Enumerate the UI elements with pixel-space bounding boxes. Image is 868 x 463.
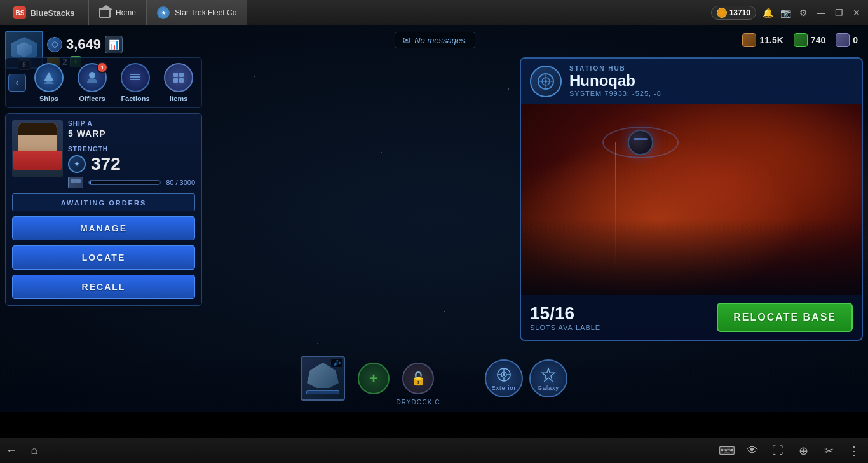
taskbar-home-btn[interactable]: ⌂	[23, 439, 46, 462]
ship-character	[12, 120, 63, 177]
station-header: STATION HUB Hunoqab SYSTEM 79933: -525, …	[521, 59, 862, 104]
station-panel: STATION HUB Hunoqab SYSTEM 79933: -525, …	[520, 57, 863, 341]
svg-point-12	[503, 373, 505, 376]
relocate-base-button[interactable]: RELOCATE BASE	[717, 303, 853, 332]
dock-right-btns: Exterior Galaxy	[485, 359, 567, 408]
map-btn[interactable]: ⊕	[792, 439, 815, 462]
dock-lock-button[interactable]: 🔓	[402, 363, 434, 394]
status-badge: AWAITING ORDERS	[12, 193, 195, 211]
sleep-badge: 💤	[331, 359, 342, 367]
character-uniform	[13, 151, 62, 170]
ship-card: SHIP A 5 WARP STRENGTH ✦ 372 80 / 3000	[5, 113, 202, 306]
messages-btn[interactable]: ✉ No messages.	[395, 32, 475, 48]
character-face	[18, 123, 57, 170]
exterior-button[interactable]: Exterior	[485, 359, 523, 397]
ship-info: SHIP A 5 WARP STRENGTH ✦ 372 80 / 3000	[68, 120, 195, 188]
exterior-icon	[496, 366, 512, 383]
expand-btn[interactable]: ⛶	[766, 439, 789, 462]
tab-game-label: Star Trek Fleet Co	[175, 8, 236, 17]
parsteel-resource: 11.5K	[742, 33, 783, 47]
station-logo	[530, 66, 562, 97]
settings-btn[interactable]: ⚙	[797, 6, 810, 19]
parsteel-amount: 11.5K	[759, 35, 783, 45]
recall-button[interactable]: RECALL	[12, 275, 195, 299]
nav-prev-arrow[interactable]: ‹	[8, 74, 26, 92]
strength-number: 372	[91, 154, 121, 174]
tritanium-icon	[794, 33, 808, 47]
strength-icon: ✦	[68, 155, 86, 173]
factions-nav-btn[interactable]: Factions	[115, 60, 156, 105]
svg-rect-1	[173, 73, 178, 77]
slots-info: 15/16 SLOTS AVAILABLE	[530, 303, 600, 331]
station-subtitle: STATION HUB	[569, 65, 853, 72]
xp-fill	[89, 181, 91, 184]
minimize-btn[interactable]: —	[815, 6, 827, 19]
station-title-area: STATION HUB Hunoqab SYSTEM 79933: -525, …	[569, 65, 853, 97]
resources: 11.5K 740 0	[742, 25, 868, 47]
slots-number: 15/16	[530, 303, 600, 324]
svg-rect-3	[173, 78, 178, 83]
dilithium-amount: 0	[853, 35, 858, 45]
eye-btn[interactable]: 👁	[741, 439, 764, 462]
manage-button[interactable]: MANAGE	[12, 216, 195, 240]
locate-button[interactable]: LOCATE	[12, 245, 195, 270]
station-coords: SYSTEM 79933: -525, -8	[569, 90, 853, 97]
camera-btn[interactable]: 📷	[779, 6, 792, 19]
drydock-c-label: DRYDOCK C	[397, 399, 440, 406]
dock-ship-slot[interactable]: 💤	[301, 356, 345, 401]
titlebar: BS BlueStacks Home ★ Star Trek Fleet Co …	[0, 0, 868, 25]
items-nav-btn[interactable]: Items	[158, 60, 199, 105]
station-object	[615, 117, 666, 168]
officers-nav-btn[interactable]: 1 Officers	[72, 60, 112, 105]
left-panel: ‹ Ships 1 Officers	[5, 57, 202, 306]
svg-rect-2	[179, 73, 184, 77]
chart-icon[interactable]	[105, 36, 123, 53]
close-btn[interactable]: ✕	[850, 6, 863, 19]
taskbar: ← ⌂ ⌨ 👁 ⛶ ⊕ ✂ ⋮	[0, 438, 868, 463]
notification-btn[interactable]: 🔔	[761, 6, 774, 19]
ship-top-row: SHIP A 5 WARP STRENGTH ✦ 372 80 / 3000	[12, 120, 195, 188]
restore-btn[interactable]: ❐	[832, 6, 845, 19]
dock-ship-item: 💤	[301, 356, 345, 401]
strength-row: ✦ 372	[68, 154, 195, 174]
ships-nav-btn[interactable]: Ships	[29, 60, 69, 105]
messages-text: No messages.	[414, 36, 467, 45]
tab-home[interactable]: Home	[89, 0, 147, 25]
game-area: 5 3,649 2 + ✉ No mes	[0, 25, 868, 412]
xp-icon	[68, 177, 83, 188]
ship-portrait	[12, 120, 63, 177]
xp-row: 80 / 3000	[68, 177, 195, 188]
ships-icon	[34, 63, 64, 92]
station-planet	[521, 104, 862, 295]
dock-add-button[interactable]: +	[358, 363, 390, 394]
dilithium-resource: 0	[836, 33, 858, 47]
ship-label: SHIP A	[68, 120, 93, 127]
coin-icon	[717, 8, 727, 18]
tab-game[interactable]: ★ Star Trek Fleet Co	[147, 0, 247, 25]
xp-bar	[88, 180, 161, 185]
game-tab-icon: ★	[157, 6, 170, 19]
tritanium-resource: 740	[794, 33, 825, 47]
scissors-btn[interactable]: ✂	[817, 439, 840, 462]
svg-point-0	[89, 72, 95, 78]
back-btn[interactable]: ←	[0, 439, 23, 462]
station-footer: 15/16 SLOTS AVAILABLE RELOCATE BASE	[521, 295, 862, 340]
power-number: 3,649	[66, 36, 101, 53]
ship-label-row: SHIP A	[68, 120, 195, 127]
ships-label: Ships	[39, 95, 58, 102]
more-btn[interactable]: ⋮	[843, 439, 865, 462]
slots-label: SLOTS AVAILABLE	[530, 324, 600, 331]
xp-text: 80 / 3000	[166, 179, 195, 186]
galaxy-icon	[540, 366, 557, 383]
bluestacks-name: BlueStacks	[30, 8, 74, 18]
galaxy-label: Galaxy	[538, 385, 559, 391]
dilithium-icon	[836, 33, 850, 47]
exterior-label: Exterior	[491, 385, 516, 391]
bluestacks-logo: BS BlueStacks	[0, 0, 89, 25]
messages-icon: ✉	[403, 35, 410, 45]
svg-marker-17	[542, 368, 555, 381]
strength-label: STRENGTH	[68, 146, 108, 153]
coin-counter: 13710	[711, 6, 756, 20]
galaxy-button[interactable]: Galaxy	[529, 359, 567, 397]
keyboard-btn[interactable]: ⌨	[715, 439, 738, 462]
